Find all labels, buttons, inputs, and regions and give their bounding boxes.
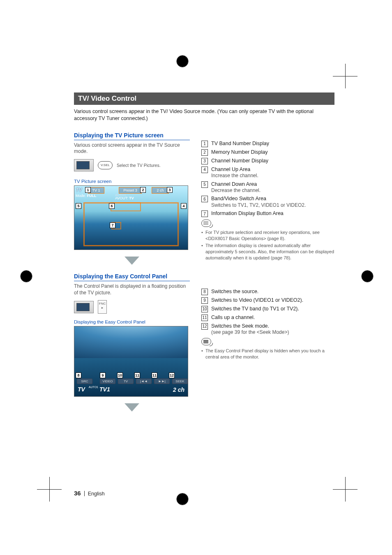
content: TV/ Video Control Various control screen… <box>74 92 334 412</box>
sub-desc: The Control Panel is displayed in a floa… <box>74 283 190 296</box>
item-text: Band/Video Switch AreaSwitches to TV1, T… <box>211 195 306 208</box>
tv-subframe <box>111 202 141 211</box>
crop-corner <box>333 477 366 510</box>
ecp-channel: 2 ch <box>173 386 184 393</box>
page-language: English <box>88 491 105 497</box>
item-text: Channel Number Display <box>211 157 268 164</box>
callout-1: 1 <box>85 187 91 193</box>
vsel-button[interactable]: V.SEL <box>98 161 113 169</box>
ecp-next-button[interactable]: ►►| <box>154 379 170 384</box>
device-row: FNC▸ <box>74 300 190 314</box>
sub-desc: Various control screens appear in the TV… <box>74 142 190 155</box>
tv-title: TV <box>76 187 82 193</box>
num-box: 11 <box>201 314 208 321</box>
ecp-prev-button[interactable]: |◄◄ <box>136 379 152 384</box>
tv-channel-box[interactable]: 2 ch <box>152 187 169 194</box>
tv-screen-caption: TV Picture screen <box>74 179 190 184</box>
num-box: 4 <box>201 166 208 173</box>
num-box: 3 <box>201 158 208 164</box>
vsel-caption: Select the TV Pictures. <box>117 163 161 168</box>
item-text: Switches the Seek mode.(see page 39 for … <box>211 323 289 336</box>
callout-3: 3 <box>167 187 173 193</box>
note-item: The information display is cleared autom… <box>201 243 334 261</box>
item-text: Information Display Button Area <box>211 210 284 217</box>
callout-6: 6 <box>109 203 115 209</box>
callout-7: 7 <box>110 222 115 228</box>
callout-8: 8 <box>76 372 81 378</box>
ecp-video-button[interactable]: VIDEO <box>100 379 115 384</box>
down-arrow-icon <box>125 257 139 265</box>
crop-corner <box>333 64 366 97</box>
num-box: 9 <box>201 297 208 304</box>
num-box: 6 <box>201 196 208 202</box>
right-column: 1TV Band Number Display 2Memory Number D… <box>201 130 334 412</box>
callout-11: 11 <box>134 372 140 378</box>
item-text: TV Band Number Display <box>211 140 269 147</box>
callout-12: 12 <box>169 372 175 378</box>
num-box: 1 <box>201 141 208 147</box>
down-arrow-icon <box>125 403 139 412</box>
item-text: Switches the source. <box>211 288 258 295</box>
page-number: 36 <box>74 490 81 497</box>
left-column: Displaying the TV Picture screen Various… <box>74 130 190 412</box>
note-icon <box>201 220 211 227</box>
num-box: 2 <box>201 149 208 156</box>
page-footer: 36English <box>74 490 105 497</box>
page: TV/ Video Control Various control screen… <box>0 0 392 555</box>
notes-list: The Easy Control Panel display is hidden… <box>201 348 334 360</box>
item-text: Switches to Video (VIDEO1 or VIDEO2). <box>211 297 303 304</box>
subheading-easy-control: Displaying the Easy Control Panel <box>74 273 190 281</box>
section-title: TV/ Video Control <box>74 92 334 105</box>
item-text: Switches the TV band (to TV1 or TV2). <box>211 305 299 312</box>
note-item: The Easy Control Panel display is hidden… <box>201 348 334 360</box>
fnc-button[interactable]: FNC▸ <box>98 300 107 314</box>
note-icon <box>201 338 211 345</box>
ecp-seek-button[interactable]: SEEK <box>172 379 188 384</box>
callout-5: 5 <box>76 203 81 209</box>
notes-list: For TV picture selection and receiver ke… <box>201 229 334 261</box>
tv-picture-screen: TV Mode: FULL TV 1 Preset 3 2 ch AUTO1 A… <box>74 185 188 250</box>
section-intro: Various control screens appear in the TV… <box>74 108 334 122</box>
callout-11b: 11 <box>152 372 157 378</box>
tv-preset-box[interactable]: Preset 3 <box>119 187 142 194</box>
item-text: Calls up a channel. <box>211 314 255 321</box>
ecp-src-button[interactable]: SRC <box>77 379 92 384</box>
tv-mode: Mode: FULL <box>76 194 97 198</box>
note-item: For TV picture selection and receiver ke… <box>201 229 334 242</box>
device-icon <box>74 159 94 171</box>
ecp-caption: Displaying the Easy Control Panel <box>74 319 190 324</box>
item-text: Channel Up AreaIncrease the channel. <box>211 166 258 179</box>
callout-2: 2 <box>140 187 146 193</box>
ecp-tv-button[interactable]: TV <box>118 379 134 384</box>
easy-control-panel: SRC VIDEO TV |◄◄ ►►| SEEK 8 9 10 11 11 1… <box>74 326 188 397</box>
crop-corner <box>37 477 70 510</box>
callout-4: 4 <box>181 203 187 209</box>
subheading-tv-picture: Displaying the TV Picture screen <box>74 132 190 140</box>
ecp-tv-label: TV AUTO1TV1 <box>78 386 110 393</box>
callout-9: 9 <box>100 372 106 378</box>
num-box: 7 <box>201 210 208 217</box>
device-row: V.SEL Select the TV Pictures. <box>74 159 190 171</box>
item-text: Memory Number Display <box>211 149 268 156</box>
num-box: 12 <box>201 323 208 330</box>
device-icon <box>74 301 94 313</box>
num-box: 5 <box>201 181 208 188</box>
item-text: Channel Down AreaDecrease the channel. <box>211 181 261 194</box>
callout-10: 10 <box>117 372 123 378</box>
num-box: 8 <box>201 289 208 295</box>
num-box: 10 <box>201 306 208 312</box>
tv-avout: AVOUT: TV <box>115 196 134 200</box>
